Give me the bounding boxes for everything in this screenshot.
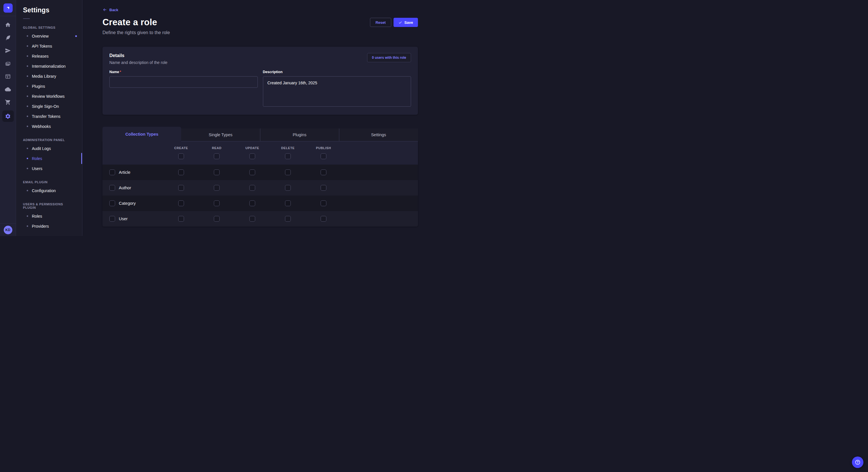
select-all-update-checkbox[interactable] (249, 154, 255, 159)
subnav-item-overview[interactable]: Overview (16, 31, 82, 41)
permission-row-article: Article (102, 165, 418, 180)
select-all-delete-checkbox[interactable] (285, 154, 291, 159)
article-create-checkbox[interactable] (178, 169, 184, 175)
column-label: DELETE (281, 146, 295, 150)
users-with-role-button[interactable]: 0 users with this role (367, 53, 411, 62)
permission-cell (270, 185, 306, 191)
permission-cell (163, 200, 199, 206)
permissions-card: Collection TypesSingle TypesPluginsSetti… (102, 127, 418, 227)
description-textarea[interactable]: Created January 16th, 2025 (263, 76, 411, 107)
subnav-item-single-sign-on[interactable]: Single Sign-On (16, 101, 82, 111)
sidebar-content-manager-icon[interactable] (2, 72, 14, 81)
subnav-section-label: EMAIL PLUGIN (23, 180, 75, 184)
permission-cell (270, 169, 306, 175)
bullet-icon (27, 65, 28, 67)
details-card-header: Details Name and description of the role… (110, 53, 411, 65)
user-create-checkbox[interactable] (178, 216, 184, 222)
bullet-icon (27, 35, 28, 37)
sidebar-feather-icon[interactable] (2, 33, 14, 42)
bullet-icon (27, 158, 28, 159)
sidebar-home-icon[interactable] (2, 20, 14, 29)
subnav-item-webhooks[interactable]: Webhooks (16, 121, 82, 131)
author-create-checkbox[interactable] (178, 185, 184, 191)
avatar[interactable]: KD (4, 226, 12, 234)
bullet-icon (27, 86, 28, 87)
user-publish-checkbox[interactable] (321, 216, 327, 222)
subnav-item-users[interactable]: Users (16, 164, 82, 173)
category-publish-checkbox[interactable] (321, 200, 327, 206)
bullet-icon (27, 215, 28, 217)
subnav-item-review-workflows[interactable]: Review Workflows (16, 91, 82, 101)
select-all-publish-checkbox[interactable] (321, 154, 327, 159)
app-window: KD Settings GLOBAL SETTINGS Overview API… (0, 0, 434, 236)
tab-collection-types[interactable]: Collection Types (102, 127, 181, 141)
strapi-logo[interactable] (3, 3, 12, 12)
save-button[interactable]: Save (394, 18, 418, 27)
subnav-item-providers[interactable]: Providers (16, 221, 82, 231)
category-update-checkbox[interactable] (249, 200, 255, 206)
tab-plugins[interactable]: Plugins (260, 129, 339, 141)
select-row-author-checkbox[interactable] (110, 185, 115, 191)
subnav-item-plugins[interactable]: Plugins (16, 81, 82, 91)
select-row-user-checkbox[interactable] (110, 216, 115, 222)
name-label: Name* (110, 70, 258, 74)
page-header: Create a role Reset Save (102, 17, 418, 28)
sidebar-cloud-icon[interactable] (2, 85, 14, 94)
required-mark: * (120, 70, 121, 74)
subnav-item-api-tokens[interactable]: API Tokens (16, 41, 82, 51)
subnav-item-label: Single Sign-On (32, 104, 59, 109)
subnav-item-configuration[interactable]: Configuration (16, 186, 82, 196)
subnav-item-roles[interactable]: Roles (16, 154, 82, 164)
subnav-item-internationalization[interactable]: Internationalization (16, 61, 82, 71)
name-input[interactable] (110, 76, 258, 88)
article-delete-checkbox[interactable] (285, 169, 291, 175)
subnav-item-releases[interactable]: Releases (16, 51, 82, 61)
sidebar-paper-plane-icon[interactable] (2, 46, 14, 55)
select-row-article-checkbox[interactable] (110, 169, 115, 175)
category-create-checkbox[interactable] (178, 200, 184, 206)
category-read-checkbox[interactable] (214, 200, 220, 206)
user-read-checkbox[interactable] (214, 216, 220, 222)
category-delete-checkbox[interactable] (285, 200, 291, 206)
permissions-tabs: Collection TypesSingle TypesPluginsSetti… (102, 127, 418, 141)
subnav-item-transfer-tokens[interactable]: Transfer Tokens (16, 111, 82, 121)
page-subtitle: Define the rights given to the role (102, 30, 418, 35)
reset-button[interactable]: Reset (370, 18, 391, 27)
user-update-checkbox[interactable] (249, 216, 255, 222)
tab-settings[interactable]: Settings (339, 129, 418, 141)
bullet-icon (27, 148, 28, 149)
subnav-item-audit-logs[interactable]: Audit Logs (16, 143, 82, 154)
user-delete-checkbox[interactable] (285, 216, 291, 222)
subnav-sections: GLOBAL SETTINGS Overview API Tokens Rele… (16, 26, 82, 231)
article-read-checkbox[interactable] (214, 169, 220, 175)
select-all-create-checkbox[interactable] (178, 154, 184, 159)
column-update: UPDATE (235, 146, 270, 159)
permission-cell (270, 200, 306, 206)
tab-single-types[interactable]: Single Types (181, 129, 260, 141)
sidebar-settings-gear-icon[interactable] (2, 110, 14, 122)
article-update-checkbox[interactable] (249, 169, 255, 175)
select-all-read-checkbox[interactable] (214, 154, 220, 159)
author-publish-checkbox[interactable] (321, 185, 327, 191)
sidebar-marketplace-cart-icon[interactable] (2, 98, 14, 107)
select-row-category-checkbox[interactable] (110, 200, 115, 206)
subnav-section-label: GLOBAL SETTINGS (23, 26, 75, 29)
content-type-label: Author (119, 186, 131, 190)
back-link[interactable]: Back (102, 7, 118, 12)
content-type-label: User (119, 216, 128, 221)
permission-row-user: User (102, 211, 418, 227)
notification-dot-icon (75, 35, 77, 37)
subnav-item-roles[interactable]: Roles (16, 211, 82, 221)
author-read-checkbox[interactable] (214, 185, 220, 191)
author-delete-checkbox[interactable] (285, 185, 291, 191)
permission-cell (306, 200, 341, 206)
row-label-cell: Article (102, 169, 163, 175)
author-update-checkbox[interactable] (249, 185, 255, 191)
row-label-cell: Author (102, 185, 163, 191)
sidebar-media-library-icon[interactable] (2, 59, 14, 68)
subnav-item-media-library[interactable]: Media Library (16, 71, 82, 81)
article-publish-checkbox[interactable] (321, 169, 327, 175)
permission-cell (235, 169, 270, 175)
permission-row-author: Author (102, 180, 418, 196)
column-create: CREATE (163, 146, 199, 159)
